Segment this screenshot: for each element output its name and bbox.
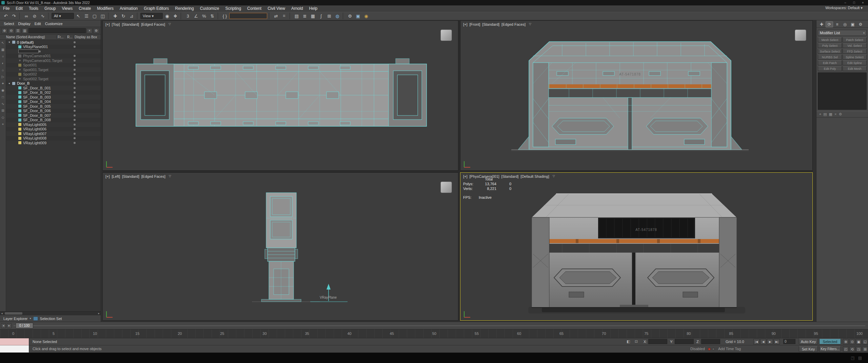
modifier-button[interactable]: Spline Select bbox=[843, 55, 867, 60]
toolbar-button[interactable]: ↻ bbox=[120, 12, 127, 20]
render-toggle-dot[interactable] bbox=[74, 114, 76, 116]
explorer-filter-icon[interactable]: ○ bbox=[2, 55, 4, 58]
viewport-canvas-left[interactable]: VRayPlane bbox=[103, 173, 458, 321]
command-panel-tab[interactable]: ◎ bbox=[841, 21, 849, 27]
explorer-row[interactable]: VRayLight007 bbox=[6, 131, 101, 136]
time-tag-button[interactable]: Add Time Tag bbox=[718, 347, 741, 351]
explorer-row[interactable]: ▼ 0 (default) bbox=[6, 40, 101, 45]
toolbar-button[interactable]: ☰ bbox=[83, 12, 90, 20]
render-toggle-dot[interactable] bbox=[74, 64, 76, 66]
render-toggle-dot[interactable] bbox=[74, 128, 76, 130]
modifier-button[interactable]: Poly Select bbox=[818, 43, 842, 48]
viewport-menu-renderer[interactable]: [Standard] bbox=[122, 174, 139, 178]
toolbar-button[interactable] bbox=[218, 13, 219, 19]
toolbar-button[interactable]: ⊿ bbox=[128, 12, 135, 20]
column-header-render[interactable]: R... bbox=[66, 35, 74, 39]
toolbar-button[interactable]: ⌗ bbox=[280, 12, 288, 20]
render-toggle-dot[interactable] bbox=[74, 82, 76, 84]
command-panel-tab[interactable]: ≡ bbox=[833, 21, 841, 27]
explorer-menu-item[interactable]: Select bbox=[2, 22, 16, 26]
viewport-menu-renderer[interactable]: [Standard] bbox=[482, 22, 499, 26]
column-header-name[interactable]: Name (Sorted Ascending) bbox=[0, 35, 57, 39]
modifier-button[interactable]: Edit Spline bbox=[843, 60, 867, 65]
toolbar-button[interactable] bbox=[229, 13, 267, 19]
toolbar-button[interactable]: ◉ bbox=[163, 12, 171, 20]
layer-explorer-selector[interactable]: Layer Explorer bbox=[3, 317, 28, 321]
viewport-menu-pov[interactable]: [Left] bbox=[112, 174, 120, 178]
render-toggle-dot[interactable] bbox=[74, 105, 76, 107]
modifier-button[interactable]: Edit Mesh bbox=[843, 66, 867, 71]
render-toggle-dot[interactable] bbox=[74, 55, 76, 57]
playback-button[interactable]: ▶| bbox=[774, 339, 780, 344]
render-toggle-dot[interactable] bbox=[39, 50, 41, 52]
time-slider-handle[interactable]: 0 / 100 bbox=[16, 323, 33, 328]
viewport-nav-icon[interactable]: ◱ bbox=[862, 339, 868, 344]
modifier-button[interactable]: NURBS Sel bbox=[818, 55, 842, 60]
render-toggle-dot[interactable] bbox=[74, 69, 76, 71]
column-header-display-as-box[interactable]: Display as Box bbox=[74, 35, 101, 39]
toolbar-button[interactable]: ▤ bbox=[293, 12, 300, 20]
render-toggle-dot[interactable] bbox=[74, 46, 76, 48]
degradation-red-dot[interactable] bbox=[708, 348, 711, 350]
modifier-stack-list[interactable] bbox=[818, 72, 867, 110]
explorer-menu-item[interactable]: Customize bbox=[43, 22, 64, 26]
toolbar-button[interactable]: { } bbox=[221, 12, 229, 20]
view-cube[interactable] bbox=[795, 29, 806, 41]
z-coordinate-field[interactable] bbox=[701, 339, 720, 344]
viewport-menu-pov[interactable]: [Front] bbox=[470, 22, 480, 26]
render-toggle-dot[interactable] bbox=[74, 110, 76, 112]
x-coordinate-field[interactable] bbox=[648, 339, 667, 344]
render-toggle-dot[interactable] bbox=[74, 101, 76, 103]
window-control-button[interactable]: □ bbox=[850, 0, 859, 5]
viewport-canvas-front[interactable]: AT-5471878 bbox=[460, 21, 813, 171]
explorer-row[interactable]: ▼ Door_B bbox=[6, 81, 101, 86]
toolbar-button[interactable]: ◫ bbox=[99, 12, 106, 20]
expand-arrow-icon[interactable]: ▼ bbox=[8, 82, 12, 85]
toolbar-button[interactable] bbox=[290, 13, 291, 19]
selection-lock-icon[interactable]: ⊡ bbox=[635, 339, 638, 344]
viewport-nav-icon[interactable]: ⊞ bbox=[862, 346, 868, 352]
toolbar-button[interactable]: ∿ bbox=[39, 12, 46, 20]
auto-key-button[interactable]: Auto Key bbox=[799, 339, 818, 344]
toolbar-button[interactable]: All ▾ bbox=[52, 13, 74, 19]
window-control-button[interactable]: – bbox=[841, 0, 850, 5]
viewport-menu-general[interactable]: [+] bbox=[105, 22, 110, 26]
degradation-label[interactable]: Disabled bbox=[690, 347, 705, 351]
render-toggle-dot[interactable] bbox=[74, 137, 76, 139]
per-view-filter-icon[interactable]: ▽ bbox=[529, 22, 531, 26]
window-control-button[interactable]: × bbox=[859, 0, 867, 5]
y-coordinate-field[interactable] bbox=[675, 339, 694, 344]
viewport-menu-shading[interactable]: [Edged Faces] bbox=[501, 22, 526, 26]
explorer-filter-icon[interactable]: ▷ bbox=[2, 75, 4, 79]
render-toggle-dot[interactable] bbox=[74, 60, 76, 62]
toolbar-button[interactable]: ∞ bbox=[23, 12, 30, 20]
viewport-nav-icon[interactable]: ⊙ bbox=[849, 339, 855, 344]
viewport-menu-shading[interactable]: [Edged Faces] bbox=[141, 174, 165, 178]
current-frame-field[interactable] bbox=[783, 339, 795, 344]
explorer-filter-icon[interactable]: ⌖ bbox=[2, 122, 4, 126]
modifier-button[interactable]: FFD Select bbox=[843, 49, 867, 54]
stack-tool-icon[interactable]: ⚙ bbox=[839, 112, 842, 116]
modifier-button[interactable]: Edit Poly bbox=[818, 66, 842, 71]
explorer-row[interactable]: Spot001.Target bbox=[6, 67, 101, 72]
column-header-frozen[interactable]: Fr... bbox=[57, 35, 66, 39]
playback-button[interactable]: |◀ bbox=[753, 339, 760, 344]
explorer-row[interactable]: SF_Door_B_007 bbox=[6, 113, 101, 118]
viewport-nav-icon[interactable]: ⊕ bbox=[843, 339, 849, 344]
playback-button[interactable]: ▶ bbox=[767, 339, 773, 344]
explorer-row[interactable]: PhysCamera001.Target bbox=[6, 58, 101, 63]
menu-item[interactable]: Customize bbox=[197, 5, 222, 12]
modifier-button[interactable]: Vol. Select bbox=[843, 43, 867, 48]
toolbar-button[interactable]: View ▾ bbox=[140, 13, 163, 19]
render-toggle-dot[interactable] bbox=[74, 124, 76, 126]
scroll-left-icon[interactable]: ◂ bbox=[0, 312, 4, 315]
command-panel-tab[interactable]: ▣ bbox=[849, 21, 856, 27]
explorer-row[interactable]: SF_Door_B_004 bbox=[6, 100, 101, 104]
previous-frame-icon[interactable]: ◂ bbox=[1, 323, 6, 328]
explorer-row[interactable]: SF_Door_B_002 bbox=[6, 90, 101, 95]
command-panel-tab[interactable]: ✚ bbox=[818, 21, 825, 27]
explorer-row[interactable]: SF_Door_B_006 bbox=[6, 109, 101, 113]
toolbar-button[interactable] bbox=[48, 13, 50, 19]
toolbar-button[interactable]: ∫ bbox=[317, 12, 325, 20]
explorer-row[interactable]: VRayLight005 bbox=[6, 122, 101, 127]
